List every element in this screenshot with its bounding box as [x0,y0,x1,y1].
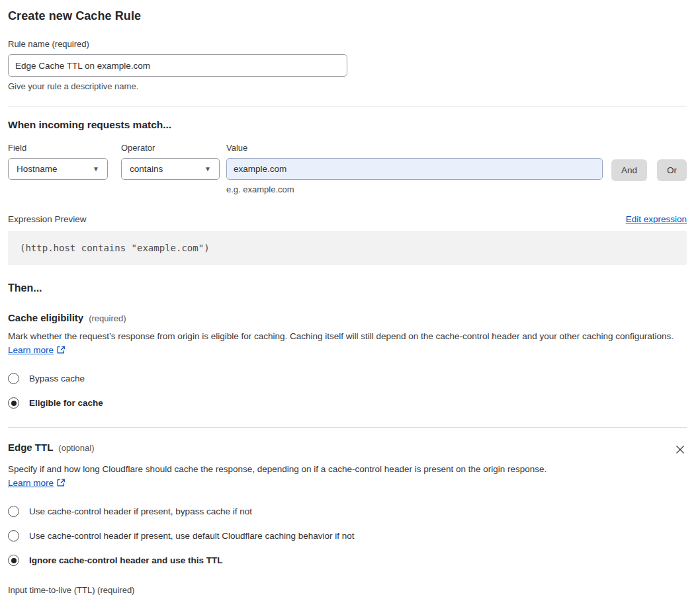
section-divider [8,427,687,428]
radio-icon [8,373,19,384]
radio-label: Bypass cache [29,374,85,383]
edge-ttl-heading: Edge TTL [8,442,53,453]
field-select-value: Hostname [17,164,58,174]
and-button[interactable]: And [611,159,647,181]
radio-label: Eligible for cache [29,398,103,408]
edge-ttl-optional-tag: (optional) [58,443,94,453]
operator-select-value: contains [130,164,163,174]
radio-eligible-for-cache[interactable]: Eligible for cache [8,397,687,409]
match-section-heading: When incoming requests match... [8,119,687,131]
rule-name-input[interactable] [8,54,347,77]
radio-icon-checked [8,397,19,409]
cache-eligibility-options: Bypass cache Eligible for cache [8,373,687,409]
then-heading: Then... [8,282,687,294]
radio-bypass-cache[interactable]: Bypass cache [8,373,687,384]
field-select[interactable]: Hostname ▼ [8,158,108,180]
close-edge-ttl-button[interactable] [674,443,687,456]
radio-label: Use cache-control header if present, use… [29,531,355,541]
cache-eligibility-description: Mark whether the request’s response from… [8,329,687,358]
rule-name-label: Rule name (required) [8,39,687,49]
rule-name-help: Give your rule a descriptive name. [8,81,687,91]
cache-eligibility-description-text: Mark whether the request’s response from… [8,331,674,341]
value-help: e.g. example.com [226,184,603,194]
operator-label: Operator [121,143,220,153]
operator-select[interactable]: contains ▼ [121,158,220,180]
cache-eligibility-learn-more-link[interactable]: Learn more [8,345,54,355]
chevron-down-icon: ▼ [93,166,99,173]
edit-expression-link[interactable]: Edit expression [626,214,687,224]
chevron-down-icon: ▼ [204,166,211,173]
edge-ttl-description: Specify if and how long Cloudflare shoul… [8,462,567,491]
close-icon [675,444,685,455]
field-label: Field [8,143,108,153]
value-label: Value [226,143,603,153]
radio-icon [8,506,19,517]
value-input[interactable] [226,158,603,180]
edge-ttl-description-text: Specify if and how long Cloudflare shoul… [8,464,547,474]
page-title: Create new Cache Rule [8,9,687,23]
external-link-icon [56,346,66,356]
radio-icon [8,530,19,541]
edge-ttl-learn-more-link[interactable]: Learn more [8,478,54,488]
ttl-label: Input time-to-live (TTL) (required) [8,585,687,595]
external-link-icon [56,479,66,489]
radio-label: Use cache-control header if present, byp… [29,506,252,516]
radio-label: Ignore cache-control header and use this… [29,555,223,565]
create-cache-rule-form: Create new Cache Rule Rule name (require… [0,0,700,599]
cache-eligibility-heading: Cache eligibility [8,312,83,323]
radio-use-header-default[interactable]: Use cache-control header if present, use… [8,530,687,541]
radio-icon-checked [8,555,19,566]
cache-eligibility-required-tag: (required) [89,313,126,323]
or-button[interactable]: Or [657,159,687,181]
edge-ttl-options: Use cache-control header if present, byp… [8,506,687,566]
radio-use-header-bypass[interactable]: Use cache-control header if present, byp… [8,506,687,517]
radio-ignore-header-use-ttl[interactable]: Ignore cache-control header and use this… [8,555,687,566]
expression-builder-row: Field Hostname ▼ Operator contains ▼ Val… [8,143,687,194]
expression-preview-code: (http.host contains "example.com") [8,231,687,265]
expression-preview-label: Expression Preview [8,214,87,224]
section-divider [8,106,687,106]
